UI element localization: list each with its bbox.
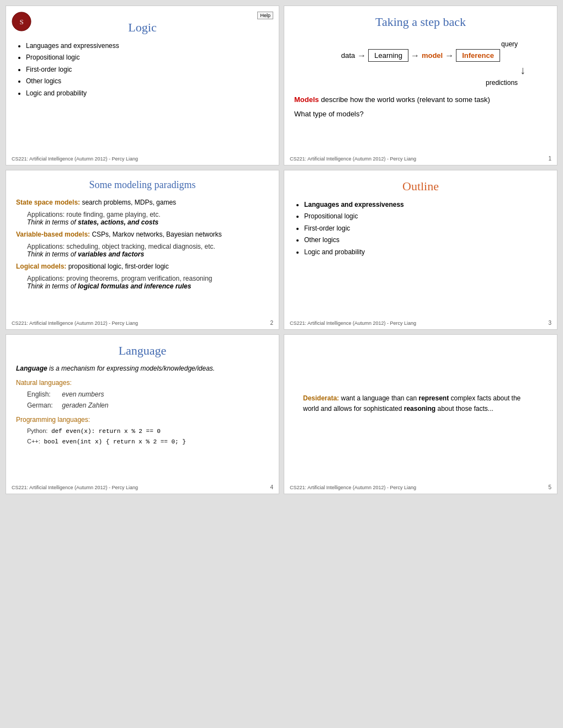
logical-desc: propositional logic, first-order logic: [66, 263, 168, 270]
down-arrow-icon: ↓: [520, 64, 525, 77]
list-item: Languages and expressiveness: [304, 199, 547, 210]
arrow-icon: →: [411, 51, 419, 61]
logical-label: Logical models:: [16, 263, 66, 270]
help-button[interactable]: Help: [257, 12, 273, 19]
slide-1-number: 1: [548, 156, 551, 162]
german-value: geraden Zahlen: [62, 402, 108, 409]
slide-5-number: 5: [548, 484, 551, 490]
reasoning-bold: reasoning: [404, 405, 435, 413]
state-label: State space models:: [16, 199, 80, 206]
list-item: Propositional logic: [304, 211, 547, 222]
list-item: Other logics: [26, 76, 269, 87]
slide-0: S Help Logic Languages and expressivenes…: [6, 6, 279, 165]
slide-4-footer: CS221: Artificial Intelligence (Autumn 2…: [12, 485, 138, 490]
english-example: English: even numbers: [16, 389, 269, 400]
variable-label: Variable-based models:: [16, 231, 90, 238]
desiderata-area: Desiderata: want a language than can rep…: [294, 377, 547, 423]
cpp-code: bool even(int x) { return x % 2 == 0; }: [44, 438, 185, 445]
slide-4-number: 4: [270, 484, 273, 490]
state-think: Think in terms of states, actions, and c…: [16, 218, 269, 226]
slide-4-title: Language: [16, 344, 269, 358]
slide-3-number: 3: [548, 320, 551, 326]
slide-1-title: Taking a step back: [294, 15, 547, 29]
represent-bold: represent: [419, 394, 449, 402]
cpp-example: C++: bool even(int x) { return x % 2 == …: [16, 436, 269, 447]
natural-languages-label: Natural languages:: [16, 379, 269, 387]
cpp-label: C++:: [27, 438, 40, 445]
svg-text:S: S: [19, 18, 23, 26]
slide-5: Desiderata: want a language than can rep…: [284, 334, 557, 494]
slide-5-footer: CS221: Artificial Intelligence (Autumn 2…: [290, 485, 416, 490]
state-desc: search problems, MDPs, games: [80, 199, 176, 206]
slide-3-list: Languages and expressiveness Proposition…: [294, 199, 547, 258]
slide-2-number: 2: [270, 320, 273, 326]
query-label: query: [307, 40, 534, 48]
slide-0-footer: CS221: Artificial Intelligence (Autumn 2…: [12, 156, 138, 162]
slide-2-footer: CS221: Artificial Intelligence (Autumn 2…: [12, 320, 138, 326]
list-item: Logic and probability: [304, 247, 547, 258]
slide-0-list: Languages and expressiveness Proposition…: [16, 40, 269, 99]
learning-box: Learning: [368, 49, 408, 62]
programming-languages-label: Programming languages:: [16, 416, 269, 424]
python-label: Python:: [27, 427, 47, 434]
list-item: First-order logic: [304, 223, 547, 234]
slide-3-title: Outline: [294, 179, 547, 194]
what-type: What type of models?: [294, 110, 547, 118]
list-item: Propositional logic: [26, 52, 269, 63]
arrow-icon: →: [357, 51, 366, 61]
paradigm-logical: Logical models: propositional logic, fir…: [16, 261, 269, 271]
arrow-icon: →: [445, 51, 454, 61]
variable-desc: CSPs, Markov networks, Bayesian networks: [90, 231, 222, 238]
english-label: English:: [27, 389, 60, 400]
desiderata-end: about those facts...: [437, 405, 493, 413]
slide-3: Outline Languages and expressiveness Pro…: [284, 170, 557, 330]
list-item: Other logics: [304, 234, 547, 245]
diagram-container: query data → Learning → model → Inferenc…: [307, 40, 534, 87]
languages-bold: Languages and expressiveness: [304, 201, 404, 208]
desiderata-label: Desiderata:: [303, 394, 339, 402]
variable-app: Applications: scheduling, object trackin…: [16, 243, 269, 250]
slide-2-title: Some modeling paradigms: [16, 179, 269, 191]
models-highlight: Models: [294, 95, 319, 104]
language-intro: Language is a mechanism for expressing m…: [16, 365, 269, 372]
desiderata-text: want a language than can: [341, 394, 419, 402]
data-label: data: [341, 51, 355, 60]
paradigm-variable: Variable-based models: CSPs, Markov netw…: [16, 229, 269, 239]
logical-think: Think in terms of logical formulas and i…: [16, 282, 269, 290]
python-example: Python: def even(x): return x % 2 == 0: [16, 426, 269, 437]
slide-grid: S Help Logic Languages and expressivenes…: [6, 6, 557, 494]
list-item: Languages and expressiveness: [26, 40, 269, 51]
slide-4: Language Language is a mechanism for exp…: [6, 334, 279, 494]
slide-1-footer: CS221: Artificial Intelligence (Autumn 2…: [290, 156, 416, 162]
slide-0-title: Logic: [16, 20, 269, 35]
slide-3-footer: CS221: Artificial Intelligence (Autumn 2…: [290, 320, 416, 326]
paradigm-state: State space models: search problems, MDP…: [16, 197, 269, 207]
list-item: Logic and probability: [26, 88, 269, 99]
logical-app: Applications: proving theorems, program …: [16, 275, 269, 282]
slide-2: Some modeling paradigms State space mode…: [6, 170, 279, 330]
list-item: First-order logic: [26, 64, 269, 75]
inference-box: Inference: [456, 49, 500, 62]
models-desc: describe how the world works (relevant t…: [321, 95, 490, 104]
models-text: Models describe how the world works (rel…: [294, 94, 547, 105]
german-example: German: geraden Zahlen: [16, 400, 269, 411]
model-label: model: [422, 51, 443, 60]
predictions-label: predictions: [307, 79, 534, 87]
state-app: Applications: route finding, game playin…: [16, 211, 269, 218]
stanford-logo-icon: S: [12, 12, 31, 31]
variable-think: Think in terms of variables and factors: [16, 250, 269, 258]
english-value: even numbers: [62, 390, 104, 398]
python-code: def even(x): return x % 2 == 0: [51, 428, 161, 435]
slide-1: Taking a step back query data → Learning…: [284, 6, 557, 165]
german-label: German:: [27, 400, 60, 411]
